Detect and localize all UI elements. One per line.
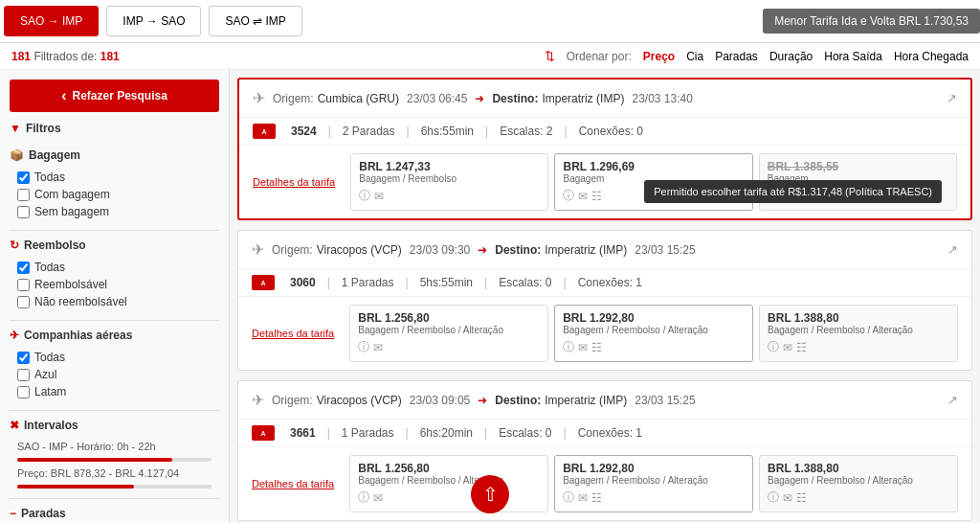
info-icon-2-0[interactable]: ⓘ: [358, 489, 369, 506]
detail-sep2-2: |: [406, 426, 409, 440]
airline-logo-0: A: [253, 124, 276, 139]
expand-icon-1[interactable]: ↗: [947, 242, 958, 257]
tariff-price-0-1: BRL 1.296,69: [563, 160, 744, 173]
origin-place-0: Cumbica (GRU): [318, 92, 399, 105]
sort-duracao[interactable]: Duração: [769, 50, 813, 63]
dest-label-1: Destino:: [495, 243, 541, 257]
info-icon-2-2[interactable]: ⓘ: [768, 489, 779, 506]
mail-icon-1-0[interactable]: ✉: [373, 341, 383, 354]
sort-paradas[interactable]: Paradas: [715, 50, 758, 63]
bagagem-section: 📦 Bagagem Todas Com bagagem Sem bagagem: [10, 147, 219, 220]
info-icon-1-2[interactable]: ⓘ: [768, 339, 779, 355]
grid-icon-0-1[interactable]: ☷: [591, 190, 602, 203]
expand-icon-0[interactable]: ↗: [947, 91, 957, 105]
horario-label: SAO - IMP - Horário: 0h - 22h: [10, 439, 219, 454]
bagagem-todas[interactable]: Todas: [10, 169, 219, 186]
tariff-option-1-0[interactable]: BRL 1.256,80 Bagagem / Reembolso / Alter…: [349, 305, 548, 362]
flight-details-1: A 3060 | 1 Paradas | 5hs:55min | Escalas…: [238, 269, 971, 297]
cia-latam[interactable]: Latam: [10, 383, 219, 400]
cia-azul[interactable]: Azul: [10, 366, 219, 383]
nav-sao-sao[interactable]: SAO ⇌ IMP: [209, 6, 301, 36]
flight-details-2: A 3661 | 1 Paradas | 6hs:20min | Escalas…: [238, 420, 971, 447]
grid-icon-1-1[interactable]: ☷: [591, 341, 602, 354]
sidebar: ‹ Refazer Pesquisa ▼ Filtros 📦 Bagagem T…: [0, 70, 230, 523]
mail-icon-1-2[interactable]: ✉: [783, 341, 792, 354]
grid-icon-1-2[interactable]: ☷: [796, 341, 807, 354]
tariff-price-2-2: BRL 1.388,80: [768, 462, 949, 475]
arrow-icon-2: ➜: [478, 394, 487, 407]
bagagem-com[interactable]: Com bagagem: [10, 186, 219, 203]
mail-icon-2-1[interactable]: ✉: [578, 491, 588, 505]
tariff-price-0-0: BRL 1.247,33: [359, 160, 540, 173]
plane-icon-1: ✈: [252, 240, 264, 259]
mail-icon-0-0[interactable]: ✉: [374, 190, 384, 203]
dest-place-2: Imperatriz (IMP): [545, 394, 627, 407]
tariff-type-0-0: Bagagem / Reembolso: [359, 173, 540, 184]
grid-icon-2-1[interactable]: ☷: [591, 491, 602, 505]
intervalos-icon: ✖: [10, 419, 19, 432]
tariff-option-2-2[interactable]: BRL 1.388,80 Bagagem / Reembolso / Alter…: [759, 455, 958, 512]
nav-sao-imp[interactable]: SAO → IMP: [4, 6, 99, 36]
info-icon-1-0[interactable]: ⓘ: [358, 339, 369, 355]
info-icon-0-1[interactable]: ⓘ: [563, 188, 574, 204]
grid-icon-2-2[interactable]: ☷: [796, 491, 807, 505]
bagagem-sem[interactable]: Sem bagagem: [10, 203, 219, 220]
detail-sep4-2: |: [564, 426, 567, 440]
conexoes-1: Conexões: 1: [578, 276, 642, 289]
detail-sep4-1: |: [564, 276, 567, 289]
info-icon-0-0[interactable]: ⓘ: [359, 188, 370, 204]
nav-imp-sao[interactable]: IMP → SAO: [106, 6, 201, 36]
back-arrow-icon: ‹: [61, 87, 66, 104]
reembolso-todas[interactable]: Todas: [10, 259, 219, 276]
tariff-row-2: Detalhes da tarifa BRL 1.256,80 Bagagem …: [238, 447, 971, 520]
tariff-option-1-2[interactable]: BRL 1.388,80 Bagagem / Reembolso / Alter…: [759, 305, 958, 362]
flight-num-0: 3524: [291, 125, 317, 138]
info-icon-1-1[interactable]: ⓘ: [563, 339, 574, 355]
tariff-type-1-2: Bagagem / Reembolso / Alteração: [768, 325, 949, 335]
reembolso-sim[interactable]: Reembolsável: [10, 276, 219, 293]
dest-time-1: 23/03 15:25: [635, 243, 695, 257]
preco-slider[interactable]: [17, 485, 212, 489]
tariff-option-2-0[interactable]: BRL 1.256,80 Bagagem / Reembolso / Alter…: [349, 455, 548, 512]
menor-tarifa-btn[interactable]: Menor Tarifa Ida e Volta BRL 1.730,53: [763, 9, 980, 34]
detail-sep3-0: |: [485, 125, 488, 138]
duration-1: 5hs:55min: [420, 276, 473, 289]
tariff-price-2-1: BRL 1.292,80: [563, 462, 745, 475]
chat-float-btn[interactable]: ⇧: [471, 475, 509, 513]
sort-hora-chegada[interactable]: Hora Chegada: [894, 50, 969, 63]
tariff-icons-2-0: ⓘ ✉: [358, 489, 540, 506]
mail-icon-1-1[interactable]: ✉: [578, 341, 588, 354]
tariff-price-2-0: BRL 1.256,80: [358, 462, 540, 475]
flight-num-1: 3060: [290, 276, 316, 289]
tariff-type-1-1: Bagagem / Reembolso / Alteração: [563, 325, 745, 335]
detail-sep3-1: |: [484, 276, 487, 289]
conexoes-0: Conexões: 0: [579, 125, 643, 138]
refazer-pesquisa-btn[interactable]: ‹ Refazer Pesquisa: [10, 80, 219, 112]
mail-icon-2-0[interactable]: ✉: [373, 491, 383, 505]
tariff-option-0-0[interactable]: BRL 1.247,33 Bagagem / Reembolso ⓘ ✉: [350, 153, 548, 211]
cia-todas[interactable]: Todas: [10, 349, 219, 366]
horario-slider[interactable]: [17, 458, 212, 462]
tariff-link-1[interactable]: Detalhes da tarifa: [252, 328, 334, 339]
tariff-link-0[interactable]: Detalhes da tarifa: [253, 176, 335, 188]
stops-0: 2 Paradas: [343, 125, 395, 138]
mail-icon-2-2[interactable]: ✉: [783, 491, 792, 505]
reembolso-section: ↻ Reembolso Todas Reembolsável Não reemb…: [10, 237, 219, 310]
sort-price[interactable]: Preço: [643, 50, 675, 63]
tariff-link-2[interactable]: Detalhes da tarifa: [252, 478, 334, 489]
mail-icon-0-1[interactable]: ✉: [578, 190, 588, 203]
tariff-option-1-1[interactable]: BRL 1.292,80 Bagagem / Reembolso / Alter…: [554, 305, 753, 362]
expand-icon-2[interactable]: ↗: [947, 393, 958, 407]
tariff-type-2-2: Bagagem / Reembolso / Alteração: [768, 475, 949, 486]
origin-place-1: Viracopos (VCP): [317, 243, 402, 257]
reembolso-nao[interactable]: Não reembolsável: [10, 293, 219, 310]
info-icon-2-1[interactable]: ⓘ: [563, 489, 574, 506]
flight-card-1: ✈ Origem: Viracopos (VCP) 23/03 09:30 ➜ …: [237, 230, 972, 371]
origin-dest-1: Origem: Viracopos (VCP) 23/03 09:30 ➜ De…: [272, 243, 947, 257]
flight-header-0: ✈ Origem: Cumbica (GRU) 23/03 06:45 ➜ De…: [239, 80, 970, 118]
arrow-icon-0: ➜: [475, 92, 484, 105]
sort-hora-saida[interactable]: Hora Saída: [824, 50, 882, 63]
tariff-icons-1-0: ⓘ ✉: [358, 339, 540, 355]
sort-cia[interactable]: Cia: [686, 50, 703, 63]
tariff-option-2-1[interactable]: BRL 1.292,80 Bagagem / Reembolso / Alter…: [554, 455, 753, 512]
